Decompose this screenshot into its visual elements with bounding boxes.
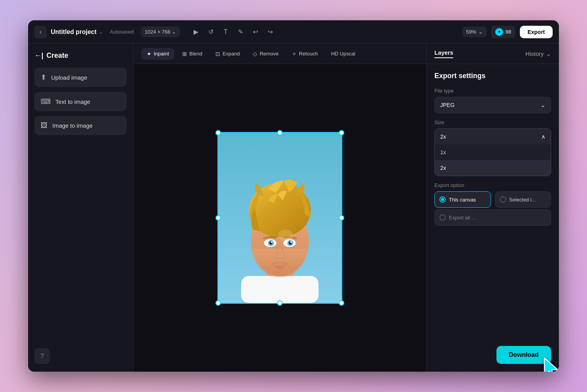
this-canvas-radio [439, 196, 446, 203]
download-section: Download [427, 340, 559, 372]
help-button[interactable]: ? [34, 348, 50, 364]
create-icon: ←| [34, 52, 43, 60]
right-panel: Layers History ⌄ Export settings File ty… [426, 44, 559, 372]
file-type-value: JPEG [440, 102, 455, 108]
upload-image-label: Upload image [51, 74, 87, 81]
canvas-size-selector[interactable]: 1024 × 768 ⌄ [141, 27, 180, 37]
main-content: ←| Create ⬆ Upload image ⌨ Text to image… [28, 44, 559, 372]
redo-button[interactable]: ↪ [263, 25, 277, 39]
autosaved-status: Autosaved [110, 29, 133, 35]
size-label: Size [434, 119, 551, 125]
upscal-tool-button[interactable]: HD Upscal [326, 48, 361, 59]
zoom-value: 59% [466, 29, 476, 35]
remove-label: Remove [260, 51, 278, 57]
export-button[interactable]: Export [520, 26, 553, 38]
edit-toolbar: ✦ Inpaint ⊞ Blend ⊡ Expand ◇ Remove ✧ [133, 44, 426, 64]
project-name[interactable]: Untitled project ⌄ [51, 29, 103, 36]
file-type-label: File type [434, 88, 551, 94]
blend-tool-button[interactable]: ⊞ Blend [177, 48, 208, 60]
text-tool-button[interactable]: T [219, 25, 232, 39]
canvas-size-chevron: ⌄ [172, 29, 176, 35]
resize-handle-tm[interactable] [277, 130, 283, 135]
size-option-2x[interactable]: 2x [435, 160, 551, 176]
resize-handle-tr[interactable] [339, 130, 344, 135]
remove-tool-button[interactable]: ◇ Remove [247, 48, 284, 60]
canvas-image-container [217, 132, 342, 304]
topbar-left: ‹ Untitled project ⌄ Autosaved 1024 × 76… [34, 26, 180, 38]
portrait-illustration [218, 133, 342, 303]
size-select-header[interactable]: 2x ∧ [435, 129, 551, 144]
resize-handle-ml[interactable] [215, 215, 221, 221]
app-window: ‹ Untitled project ⌄ Autosaved 1024 × 76… [28, 20, 559, 372]
retouch-tool-button[interactable]: ✧ Retouch [286, 48, 323, 60]
right-panel-tabs: Layers History ⌄ [427, 44, 559, 64]
pen-tool-button[interactable]: ✎ [234, 25, 247, 39]
text-to-image-icon: ⌨ [41, 97, 51, 106]
cursor-pointer [541, 356, 559, 372]
sidebar-bottom: ? [34, 348, 127, 364]
sidebar-header: ←| Create [34, 52, 127, 60]
project-name-chevron: ⌄ [99, 29, 103, 35]
image-to-image-icon: 🖼 [41, 121, 48, 130]
export-option-label: Export option [434, 182, 551, 188]
export-all-radio [439, 214, 446, 221]
this-canvas-button[interactable]: This canvas [434, 191, 491, 208]
export-all-button[interactable]: Export all ... [434, 209, 551, 226]
size-field: Size 2x ∧ 1x 2x [434, 119, 551, 176]
canvas-display[interactable] [133, 64, 426, 372]
credits-icon: ✦ [495, 28, 503, 36]
rotate-tool-button[interactable]: ↺ [204, 25, 217, 39]
size-option-1x[interactable]: 1x [435, 144, 551, 160]
selected-label: Selected l... [509, 197, 536, 203]
zoom-chevron: ⌄ [478, 29, 483, 35]
resize-handle-br[interactable] [339, 300, 344, 306]
inpaint-icon: ✦ [147, 51, 151, 57]
svg-point-13 [290, 241, 292, 243]
toolbar-tools: ▶ ↺ T ✎ ↩ ↪ [189, 25, 277, 39]
sidebar: ←| Create ⬆ Upload image ⌨ Text to image… [28, 44, 133, 372]
export-option-row: This canvas Selected l... [434, 191, 551, 208]
export-panel: Export settings File type JPEG ⌄ Size 2x [427, 64, 559, 340]
text-to-image-label: Text to image [55, 98, 90, 105]
svg-point-12 [271, 241, 272, 243]
export-settings-title: Export settings [434, 72, 551, 80]
upload-image-button[interactable]: ⬆ Upload image [34, 68, 127, 87]
layers-tab[interactable]: Layers [434, 49, 453, 58]
selected-button[interactable]: Selected l... [495, 191, 551, 208]
select-tool-button[interactable]: ▶ [189, 25, 203, 39]
inpaint-label: Inpaint [154, 51, 169, 57]
file-type-select[interactable]: JPEG ⌄ [434, 97, 551, 113]
size-current-value: 2x [440, 134, 446, 140]
canvas-size-value: 1024 × 768 [145, 29, 170, 35]
svg-rect-3 [241, 276, 318, 303]
expand-tool-button[interactable]: ⊡ Expand [210, 48, 245, 60]
export-option-field: Export option This canvas Selected l... [434, 182, 551, 226]
remove-icon: ◇ [253, 51, 257, 57]
resize-handle-mr[interactable] [339, 215, 344, 221]
this-canvas-radio-dot [441, 198, 444, 201]
resize-handle-tl[interactable] [215, 130, 221, 135]
undo-button[interactable]: ↩ [249, 25, 262, 39]
credits-badge: ✦ 98 [491, 26, 515, 38]
retouch-label: Retouch [299, 51, 318, 57]
history-tab[interactable]: History ⌄ [525, 50, 551, 57]
canvas-image [218, 133, 342, 303]
history-chevron: ⌄ [546, 50, 551, 57]
svg-point-14 [278, 230, 294, 241]
zoom-control[interactable]: 59% ⌄ [462, 27, 487, 37]
export-all-label: Export all ... [449, 215, 476, 221]
resize-handle-bl[interactable] [215, 300, 221, 306]
expand-icon: ⊡ [215, 51, 220, 57]
inpaint-tool-button[interactable]: ✦ Inpaint [141, 48, 174, 60]
image-to-image-button[interactable]: 🖼 Image to image [34, 116, 127, 135]
selected-radio [500, 196, 506, 203]
svg-marker-15 [544, 358, 558, 372]
expand-label: Expand [222, 51, 240, 57]
text-to-image-button[interactable]: ⌨ Text to image [34, 92, 127, 111]
size-chevron-up: ∧ [541, 134, 545, 140]
canvas-area: ✦ Inpaint ⊞ Blend ⊡ Expand ◇ Remove ✧ [133, 44, 426, 372]
history-label: History [525, 50, 544, 57]
resize-handle-bm[interactable] [277, 300, 283, 306]
blend-label: Blend [189, 51, 202, 57]
back-button[interactable]: ‹ [34, 26, 47, 38]
